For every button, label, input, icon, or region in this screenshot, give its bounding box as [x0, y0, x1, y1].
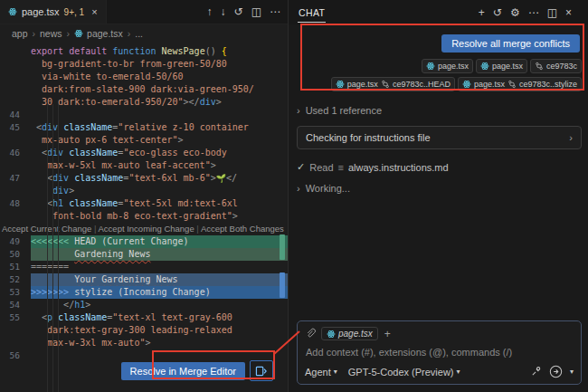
- codelens-link[interactable]: Accept Incoming Change: [99, 224, 194, 234]
- instructions-check-label: Checking for instructions file: [306, 132, 431, 143]
- open-chat-in-editor-icon[interactable]: ◫: [547, 7, 557, 18]
- git-compare-icon: [535, 62, 544, 71]
- code-line: 30 dark:to-emerald-950/20"></div>: [0, 96, 288, 109]
- close-tab-icon[interactable]: ×: [91, 6, 97, 17]
- code-line: mx-auto px-6 text-center">: [0, 134, 288, 147]
- editor-actions: ↑↓↺◫⋯: [207, 0, 288, 24]
- line-number: [0, 324, 31, 337]
- history-icon[interactable]: ↺: [493, 7, 502, 18]
- line-number: [0, 71, 31, 83]
- new-chat-icon[interactable]: +: [479, 7, 485, 18]
- breadcrumb-item[interactable]: page.tsx: [74, 28, 123, 39]
- context-chip[interactable]: page.tsxce9783c..stylize: [458, 77, 582, 91]
- instructions-check-box[interactable]: Checking for instructions file ›: [297, 126, 582, 149]
- code-line: 48<h1 className="text-5xl md:text-6xl: [0, 197, 288, 210]
- resolve-in-merge-editor-button[interactable]: Resolve in Merge Editor: [121, 362, 245, 380]
- close-panel-icon[interactable]: ×: [565, 7, 572, 18]
- resolve-all-row: Resolve all merge conflicts: [297, 34, 580, 53]
- context-chip[interactable]: page.tsx: [422, 59, 473, 73]
- code-line: 55<p className="text-xl text-gray-600: [0, 311, 288, 324]
- code-line: 46<div className="eco-glass eco-body: [0, 147, 288, 159]
- code-line: dark:from-slate-900 dark:via-green-950/: [0, 83, 288, 96]
- settings-gear-icon[interactable]: ⚙: [510, 7, 520, 18]
- indent-guide: [52, 104, 53, 392]
- line-number: [0, 185, 31, 197]
- overview-ruler-mark-current[interactable]: [280, 234, 285, 260]
- breadcrumb-item[interactable]: news: [40, 28, 62, 39]
- navigate-previous-change-icon[interactable]: ↑: [207, 6, 213, 17]
- code-line: max-w-3xl mx-auto">: [0, 337, 288, 349]
- editor-tab-bar: page.tsx 9+, 1 × ↑↓↺◫⋯: [0, 0, 288, 24]
- chat-body: Resolve all merge conflicts page.tsxpage…: [289, 24, 588, 392]
- context-chip[interactable]: ce9783c: [530, 59, 582, 73]
- context-chip[interactable]: page.tsxce9783c..HEAD: [331, 77, 455, 91]
- line-number: [0, 83, 31, 96]
- code-line: max-w-5xl mx-auto leaf-accent">: [0, 159, 288, 172]
- breadcrumb-label: app: [12, 28, 28, 39]
- breadcrumb-label: page.tsx: [87, 28, 123, 39]
- tools-icon[interactable]: [530, 366, 542, 378]
- split-editor-icon[interactable]: ◫: [251, 6, 261, 17]
- chat-header: CHAT +↺⚙⋯◫×: [289, 0, 588, 24]
- chip-label: page.tsx: [474, 80, 505, 89]
- line-number: [0, 96, 31, 109]
- working-label: Working...: [306, 183, 350, 194]
- navigate-next-change-icon[interactable]: ↓: [221, 6, 226, 17]
- model-selector[interactable]: GPT-5-Codex (Preview) ▾: [348, 367, 460, 378]
- codelens-link[interactable]: Accept Both Changes: [201, 224, 284, 234]
- more-actions-icon[interactable]: ⋯: [270, 6, 280, 17]
- react-icon: [462, 80, 471, 89]
- send-options-chevron-icon[interactable]: ▾: [570, 368, 574, 376]
- breadcrumb: app›news›page.tsx›...: [0, 24, 288, 43]
- chat-input-field[interactable]: Add context (#), extensions (@), command…: [306, 347, 573, 358]
- chip-label: ce9783c..HEAD: [393, 80, 450, 89]
- chevron-down-icon: ▾: [457, 368, 460, 376]
- indent-guide: [58, 104, 59, 392]
- breadcrumb-item[interactable]: app: [12, 28, 28, 39]
- read-file-row: ✓ Read ≡ always.instructions.md: [297, 161, 582, 173]
- breadcrumb-item[interactable]: ...: [135, 28, 143, 39]
- merge-cta: Resolve in Merge Editor: [121, 360, 273, 381]
- working-row[interactable]: › Working...: [297, 183, 582, 194]
- open-merge-editor-icon[interactable]: [250, 360, 273, 381]
- context-chip[interactable]: page.tsx: [476, 59, 527, 73]
- vscode-window: page.tsx 9+, 1 × ↑↓↺◫⋯ app›news›page.tsx…: [0, 0, 588, 392]
- more-icon[interactable]: ⋯: [528, 7, 539, 18]
- add-context-icon[interactable]: +: [384, 328, 391, 340]
- resolve-all-merge-conflicts-button[interactable]: Resolve all merge conflicts: [441, 34, 580, 53]
- attached-file-chip[interactable]: page.tsx: [321, 327, 378, 340]
- mode-selector[interactable]: Agent ▾: [305, 367, 337, 378]
- paperclip-icon[interactable]: [305, 328, 317, 339]
- line-number: [0, 134, 31, 147]
- tab-page-tsx[interactable]: page.tsx 9+, 1 ×: [0, 0, 107, 24]
- react-icon: [480, 62, 489, 71]
- code-line: 47<div className="text-6xl mb-6">🌱</: [0, 172, 288, 185]
- code-line: 50Gardening News: [0, 248, 288, 261]
- tab-problem-badge: 9+, 1: [64, 7, 85, 17]
- chat-input-attachments: page.tsx +: [305, 327, 574, 340]
- react-icon: [336, 80, 345, 89]
- line-number: [0, 210, 31, 223]
- chat-header-icons: +↺⚙⋯◫×: [479, 7, 579, 18]
- chevron-right-icon: ›: [569, 132, 573, 143]
- chat-pane: CHAT +↺⚙⋯◫× Resolve all merge conflicts …: [289, 0, 588, 392]
- code-lines: export default function NewsPage() {bg-g…: [0, 45, 288, 362]
- code-editor[interactable]: export default function NewsPage() {bg-g…: [0, 43, 288, 392]
- react-icon: [426, 62, 435, 71]
- overview-ruler-mark-incoming[interactable]: [280, 272, 285, 298]
- indent-guide: [47, 104, 48, 392]
- send-button[interactable]: [549, 365, 563, 378]
- line-number: 54: [0, 299, 31, 311]
- discard-changes-icon[interactable]: ↺: [234, 6, 243, 17]
- tab-chat[interactable]: CHAT: [298, 3, 326, 23]
- read-file-name[interactable]: always.instructions.md: [348, 162, 449, 173]
- line-number: [0, 58, 31, 71]
- chat-input-box[interactable]: page.tsx + Add context (#), extensions (…: [297, 320, 582, 385]
- line-number: 46: [0, 147, 31, 159]
- breadcrumb-label: ...: [135, 28, 143, 39]
- code-line: font-bold mb-8 eco-text-gradient">: [0, 210, 288, 223]
- chip-label: page.tsx: [492, 62, 523, 71]
- used-references-toggle[interactable]: › Used 1 reference: [297, 105, 582, 116]
- line-number: 55: [0, 311, 31, 324]
- codelens-separator: |: [91, 224, 98, 234]
